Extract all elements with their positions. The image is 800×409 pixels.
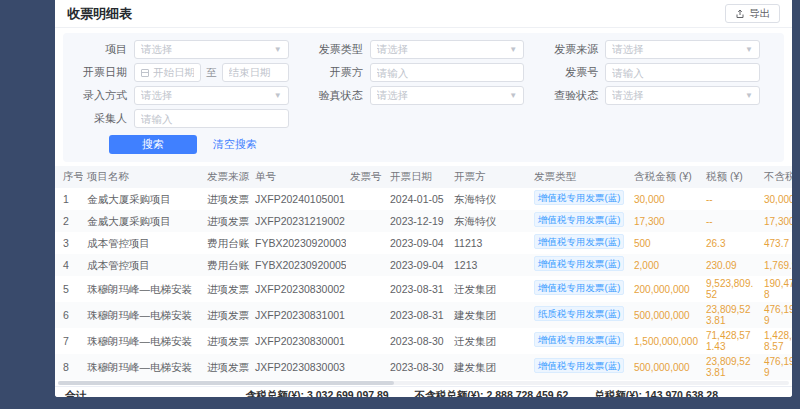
- invoice-type-filter: 发票类型 请选择 ▼: [305, 40, 541, 59]
- cell-tax: 230.09: [702, 254, 760, 276]
- cell-amount-incl-tax: 500: [630, 232, 702, 254]
- invoice-date-filter-label: 开票日期: [69, 65, 127, 80]
- verify-status-select-placeholder: 请选择: [377, 89, 409, 103]
- cell-invoice-type: 增值税专用发票(蓝): [530, 254, 630, 276]
- search-button[interactable]: 搜索: [109, 135, 197, 154]
- cell-invoice-no: [346, 254, 386, 276]
- collector-filter-label: 采集人: [69, 111, 127, 126]
- verify-status-filter: 验真状态 请选择 ▼: [305, 86, 541, 105]
- cell-invoice-source: 进项发票: [203, 302, 251, 328]
- cell-invoice-source: 费用台账: [203, 232, 251, 254]
- tax-total: 总税额(¥): 143,970,638.28: [594, 389, 718, 398]
- table-row[interactable]: 8 珠穆朗玛峰—电梯安装 进项发票 JXFP20230830003 2023-0…: [55, 354, 792, 380]
- cell-tax: 9,523,809.52: [702, 276, 760, 302]
- date-end-input[interactable]: 结束日期: [222, 63, 289, 82]
- date-range-separator: 至: [206, 66, 217, 80]
- cell-invoice-type: 增值税专用发票(蓝): [530, 232, 630, 254]
- cell-project-name: 珠穆朗玛峰—电梯安装: [83, 328, 203, 354]
- export-button[interactable]: 导出: [725, 4, 780, 23]
- cell-invoice-no: [346, 210, 386, 232]
- check-status-filter-label: 查验状态: [540, 88, 598, 103]
- summary-totals: 含税总额(¥): 3,032,699,097.89 不含税总额(¥): 2,88…: [246, 389, 782, 398]
- incl-tax-total-value: 3,032,699,097.89: [307, 389, 389, 398]
- cell-invoice-type: 增值税专用发票(蓝): [530, 188, 630, 210]
- cell-invoice-no: [346, 276, 386, 302]
- excl-tax-total: 不含税总额(¥): 2,888,728,459.62: [415, 389, 569, 398]
- clear-search-button[interactable]: 清空搜索: [213, 137, 257, 152]
- entry-method-select[interactable]: 请选择 ▼: [134, 86, 289, 105]
- cell-invoice-source: 费用台账: [203, 254, 251, 276]
- filter-row-1: 项目 请选择 ▼ 发票类型 请选择 ▼ 发票来源 请选择 ▼: [69, 40, 776, 59]
- invoice-type-select[interactable]: 请选择 ▼: [370, 40, 525, 59]
- verify-status-select[interactable]: 请选择 ▼: [370, 86, 525, 105]
- cell-invoice-source: 进项发票: [203, 276, 251, 302]
- cell-seq: 1: [55, 188, 83, 210]
- cell-invoice-no: [346, 188, 386, 210]
- collector-input[interactable]: [134, 109, 289, 128]
- issuer-filter: 开票方: [305, 63, 541, 82]
- check-status-select[interactable]: 请选择 ▼: [605, 86, 760, 105]
- cell-issuer: 1213: [450, 254, 530, 276]
- table-row[interactable]: 3 成本管控项目 费用台账 FYBX20230920003 2023-09-04…: [55, 232, 792, 254]
- invoice-no-input[interactable]: [605, 63, 760, 82]
- cell-seq: 8: [55, 354, 83, 380]
- cell-issuer: 建发集团: [450, 354, 530, 380]
- cell-invoice-date: 2023-08-30: [386, 354, 450, 380]
- cell-project-name: 金威大厦采购项目: [83, 210, 203, 232]
- table-row[interactable]: 5 珠穆朗玛峰—电梯安装 进项发票 JXFP20230830002 2023-0…: [55, 276, 792, 302]
- invoice-type-tag: 增值税专用发票(蓝): [534, 234, 624, 249]
- table-row[interactable]: 1 金威大厦采购项目 进项发票 JXFP20240105001 2024-01-…: [55, 188, 792, 210]
- invoice-type-filter-label: 发票类型: [305, 42, 363, 57]
- summary-label: 合计: [65, 389, 86, 398]
- incl-tax-total-label: 含税总额(¥):: [246, 389, 304, 398]
- table-row[interactable]: 2 金威大厦采购项目 进项发票 JXFP20231219002 2023-12-…: [55, 210, 792, 232]
- table-row[interactable]: 6 珠穆朗玛峰—电梯安装 进项发票 JXFP20230831001 2023-0…: [55, 302, 792, 328]
- table-row[interactable]: 4 成本管控项目 费用台账 FYBX20230920005 2023-09-04…: [55, 254, 792, 276]
- cell-invoice-type: 纸质税专用发票(蓝): [530, 302, 630, 328]
- invoice-type-tag: 增值税专用发票(蓝): [534, 190, 624, 205]
- column-header-amount-incl-tax: 含税金额 (¥): [630, 166, 702, 188]
- cell-amount-incl-tax: 17,300: [630, 210, 702, 232]
- cell-amount-incl-tax: 1,500,000,000: [630, 328, 702, 354]
- cell-seq: 5: [55, 276, 83, 302]
- cell-invoice-date: 2023-08-30: [386, 328, 450, 354]
- date-end-placeholder: 结束日期: [229, 66, 271, 80]
- table-body: 1 金威大厦采购项目 进项发票 JXFP20240105001 2024-01-…: [55, 188, 792, 380]
- project-select[interactable]: 请选择 ▼: [134, 40, 289, 59]
- check-status-select-placeholder: 请选择: [612, 89, 644, 103]
- cell-seq: 3: [55, 232, 83, 254]
- scrollbar-thumb[interactable]: [58, 381, 394, 385]
- invoice-source-filter: 发票来源 请选择 ▼: [540, 40, 776, 59]
- export-button-label: 导出: [749, 7, 770, 21]
- cell-order-no: JXFP20231219002: [251, 210, 346, 232]
- table-row[interactable]: 7 珠穆朗玛峰—电梯安装 进项发票 JXFP20230830001 2023-0…: [55, 328, 792, 354]
- chevron-down-icon: ▼: [745, 46, 753, 54]
- project-select-placeholder: 请选择: [141, 43, 173, 57]
- cell-order-no: JXFP20230830001: [251, 328, 346, 354]
- tax-total-value: 143,970,638.28: [645, 389, 718, 398]
- invoice-no-filter: 发票号: [540, 63, 776, 82]
- tax-total-label: 总税额(¥):: [594, 389, 642, 398]
- invoice-type-tag: 增值税专用发票(蓝): [534, 358, 624, 373]
- cell-invoice-date: 2023-09-04: [386, 254, 450, 276]
- cell-invoice-type: 增值税专用发票(蓝): [530, 328, 630, 354]
- cell-tax: --: [702, 188, 760, 210]
- cell-invoice-source: 进项发票: [203, 188, 251, 210]
- cell-tax: 23,809,523.81: [702, 354, 760, 380]
- cell-seq: 4: [55, 254, 83, 276]
- issuer-input[interactable]: [370, 63, 525, 82]
- chevron-down-icon: ▼: [509, 46, 517, 54]
- chevron-down-icon: ▼: [745, 92, 753, 100]
- invoice-type-tag: 增值税专用发票(蓝): [534, 256, 624, 271]
- column-header-invoice-no: 发票号: [346, 166, 386, 188]
- cell-invoice-no: [346, 232, 386, 254]
- project-filter-label: 项目: [69, 42, 127, 57]
- cell-project-name: 成本管控项目: [83, 232, 203, 254]
- horizontal-scrollbar[interactable]: [58, 381, 789, 385]
- cell-seq: 7: [55, 328, 83, 354]
- column-header-tax: 税额 (¥): [702, 166, 760, 188]
- cell-order-no: JXFP20240105001: [251, 188, 346, 210]
- date-start-input[interactable]: 开始日期: [134, 63, 201, 82]
- invoice-source-select[interactable]: 请选择 ▼: [605, 40, 760, 59]
- cell-amount-incl-tax: 500,000,000: [630, 354, 702, 380]
